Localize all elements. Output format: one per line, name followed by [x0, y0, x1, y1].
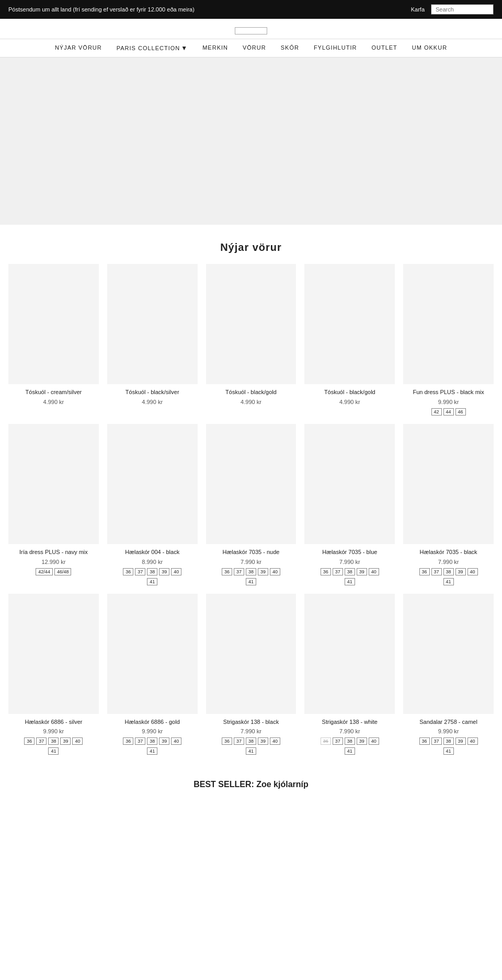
size-badges: 363738394041 [413, 568, 484, 585]
size-badge[interactable]: 40 [467, 568, 478, 575]
size-badge[interactable]: 41 [48, 747, 59, 755]
size-badge[interactable]: 40 [171, 568, 181, 575]
nyjar-vorur-title: Nýjar vörur [0, 241, 502, 253]
product-price: 4.990 kr [43, 399, 64, 405]
product-price: 7.990 kr [339, 728, 360, 734]
logo [235, 27, 267, 34]
size-badge[interactable]: 39 [357, 568, 367, 575]
product-price: 9.990 kr [438, 399, 459, 405]
size-badge[interactable]: 36 [321, 568, 331, 575]
size-badge[interactable]: 40 [467, 737, 478, 745]
product-card[interactable]: Sandalar 2758 - camel9.990 kr36373839404… [403, 594, 494, 755]
size-badge[interactable]: 39 [159, 568, 169, 575]
size-badge[interactable]: 37 [431, 737, 442, 745]
size-badge[interactable]: 39 [455, 737, 466, 745]
size-badge[interactable]: 38 [443, 568, 454, 575]
size-badge[interactable]: 40 [171, 737, 181, 745]
size-badge[interactable]: 38 [443, 737, 454, 745]
product-card[interactable]: Tóskuól - cream/silver4.990 kr [8, 264, 99, 416]
size-badge[interactable]: 41 [246, 747, 256, 755]
size-badge[interactable]: 42 [431, 408, 442, 416]
size-badge[interactable]: 36 [419, 568, 430, 575]
product-price: 12.990 kr [41, 559, 65, 565]
product-card[interactable]: Hælaskór 6886 - silver9.990 kr3637383940… [8, 594, 99, 755]
size-badge[interactable]: 41 [443, 578, 454, 585]
size-badge[interactable]: 41 [246, 578, 256, 585]
nav-nyjar-vorur[interactable]: NÝJAR VÖRUR [55, 44, 102, 52]
size-badge[interactable]: 42/44 [36, 568, 53, 575]
product-card[interactable]: Strigaskór 138 - black7.990 kr3637383940… [206, 594, 296, 755]
product-card[interactable]: Strigaskór 138 - white7.990 kr3637383940… [304, 594, 395, 755]
product-grid-row1: Tóskuól - cream/silver4.990 krTóskuól - … [0, 264, 502, 767]
size-badge[interactable]: 39 [159, 737, 169, 745]
nav-um-okkur[interactable]: UM OKKUR [412, 44, 447, 52]
nav-fylgihlutir[interactable]: FYLGIHLUTIR [314, 44, 357, 52]
size-badge[interactable]: 36 [123, 737, 133, 745]
size-badge[interactable]: 36 [123, 568, 133, 575]
size-badges: 363738394041 [18, 737, 89, 755]
size-badge[interactable]: 38 [48, 737, 59, 745]
size-badge[interactable]: 46 [455, 408, 466, 416]
size-badge[interactable]: 37 [36, 737, 47, 745]
size-badge[interactable]: 37 [234, 568, 244, 575]
nav-merkin[interactable]: MERKIN [202, 44, 228, 52]
product-card[interactable]: Hælaskór 7035 - nude7.990 kr363738394041 [206, 424, 296, 585]
product-card[interactable]: Hælaskór 7035 - black7.990 kr36373839404… [403, 424, 494, 585]
size-badge[interactable]: 38 [147, 568, 157, 575]
size-badge[interactable]: 41 [345, 578, 355, 585]
product-name: Hælaskór 6886 - silver [25, 718, 82, 726]
nav-skor[interactable]: SKÓR [281, 44, 299, 52]
size-badge[interactable]: 36 [321, 737, 331, 745]
size-badge[interactable]: 40 [369, 737, 379, 745]
size-badge[interactable]: 36 [222, 737, 232, 745]
size-badge[interactable]: 38 [246, 568, 256, 575]
product-card[interactable]: Tóskuól - black/gold4.990 kr [304, 264, 395, 416]
product-card[interactable]: Fun dress PLUS - black mix9.990 kr424446 [403, 264, 494, 416]
product-image [8, 594, 99, 714]
size-badge[interactable]: 39 [60, 737, 71, 745]
size-badge[interactable]: 38 [345, 568, 355, 575]
karfa-link[interactable]: Karfa [411, 6, 425, 13]
product-image [403, 264, 494, 384]
size-badge[interactable]: 36 [222, 568, 232, 575]
product-card[interactable]: Tóskuól - black/gold4.990 kr [206, 264, 296, 416]
size-badges: 42/4446/48 [36, 568, 71, 575]
nav-vorur[interactable]: VÖRUR [243, 44, 266, 52]
product-card[interactable]: Hælaskór 6886 - gold9.990 kr363738394041 [107, 594, 198, 755]
size-badge[interactable]: 40 [270, 737, 280, 745]
size-badge[interactable]: 41 [147, 578, 157, 585]
size-badge[interactable]: 37 [234, 737, 244, 745]
size-badge[interactable]: 37 [333, 568, 343, 575]
size-badge[interactable]: 38 [246, 737, 256, 745]
size-badge[interactable]: 37 [333, 737, 343, 745]
size-badge[interactable]: 38 [147, 737, 157, 745]
size-badge[interactable]: 40 [369, 568, 379, 575]
size-badge[interactable]: 41 [147, 747, 157, 755]
size-badge[interactable]: 39 [455, 568, 466, 575]
size-badge[interactable]: 39 [258, 737, 268, 745]
size-badge[interactable]: 36 [24, 737, 35, 745]
product-card[interactable]: Iría dress PLUS - navy mix12.990 kr42/44… [8, 424, 99, 585]
size-badge[interactable]: 37 [135, 737, 145, 745]
size-badge[interactable]: 38 [345, 737, 355, 745]
size-badge[interactable]: 41 [345, 747, 355, 755]
product-card[interactable]: Tóskuól - black/silver4.990 kr [107, 264, 198, 416]
best-seller-title: BEST SELLER: Zoe kjólarníp [0, 780, 502, 789]
nav-paris-collection[interactable]: PARIS COLLECTION ▼ [117, 44, 188, 52]
size-badge[interactable]: 41 [443, 747, 454, 755]
size-badge[interactable]: 39 [357, 737, 367, 745]
size-badge[interactable]: 37 [431, 568, 442, 575]
product-name: Strigaskór 138 - white [322, 718, 378, 726]
product-card[interactable]: Hælaskór 7035 - blue7.990 kr363738394041 [304, 424, 395, 585]
size-badge[interactable]: 44 [443, 408, 454, 416]
size-badge[interactable]: 37 [135, 568, 145, 575]
size-badge[interactable]: 46/48 [54, 568, 72, 575]
product-name: Hælaskór 7035 - nude [223, 548, 280, 556]
size-badge[interactable]: 40 [270, 568, 280, 575]
size-badge[interactable]: 36 [419, 737, 430, 745]
size-badge[interactable]: 39 [258, 568, 268, 575]
search-input[interactable] [431, 4, 494, 15]
nav-outlet[interactable]: OUTLET [371, 44, 397, 52]
size-badge[interactable]: 40 [72, 737, 83, 745]
product-card[interactable]: Hælaskór 004 - black8.990 kr363738394041 [107, 424, 198, 585]
